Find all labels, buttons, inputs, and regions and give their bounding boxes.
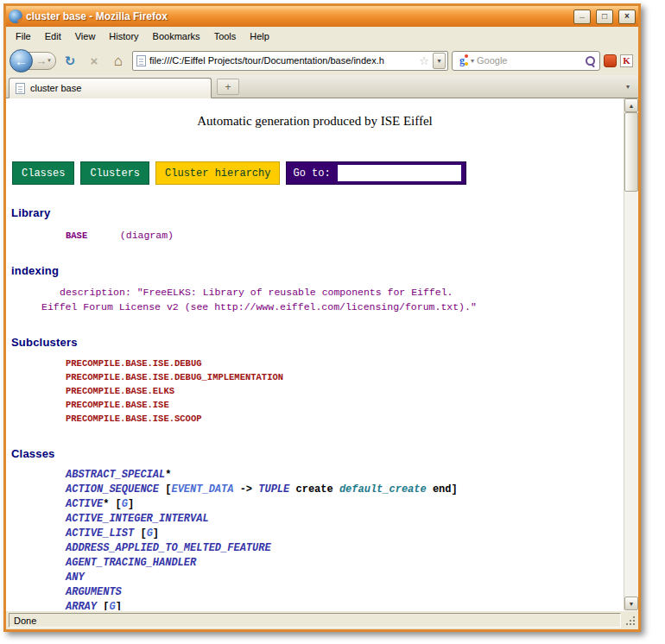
back-icon: ← [15,54,28,68]
subcluster-link[interactable]: PRECOMPILE.BASE.ISE.DEBUG_IMPLEMENTATION [66,370,624,384]
back-button[interactable]: ← [10,49,33,73]
bookmark-star-icon[interactable]: ☆ [419,55,429,66]
classes-list: ABSTRACT_SPECIAL*ACTION_SEQUENCE [EVENT_… [66,468,624,610]
cluster-hierarchy-button[interactable]: Cluster hierarchy [155,161,280,185]
menu-file[interactable]: File [9,28,38,44]
class-link-row[interactable]: ACTION_SEQUENCE [EVENT_DATA -> TUPLE cre… [66,483,624,497]
class-link-row[interactable]: ADDRESS_APPLIED_TO_MELTED_FEATURE [66,541,624,556]
plain-text: end] [427,483,458,496]
goto-label: Go to: [293,167,330,180]
subcluster-link[interactable]: PRECOMPILE.BASE.ISE [66,398,624,412]
plain-text: create [289,483,339,496]
tab-strip: cluster base + ▾ [6,75,638,98]
library-diagram-link[interactable]: (diagram) [120,230,174,241]
menu-view[interactable]: View [68,28,103,44]
menu-help[interactable]: Help [243,28,276,44]
addon-icon-orange[interactable] [604,54,617,67]
page-favicon [136,55,146,66]
class-link-row[interactable]: ACTIVE_INTEGER_INTERVAL [66,512,624,527]
minimize-button[interactable]: _ [573,9,591,24]
subcluster-link[interactable]: PRECOMPILE.BASE.ISE.DEBUG [66,357,624,370]
address-dropdown-icon: ▾ [437,57,440,65]
list-all-tabs-button[interactable]: ▾ [620,79,636,95]
search-box[interactable]: g ▾ [452,51,600,71]
menu-tools[interactable]: Tools [207,28,244,44]
address-bar[interactable]: file:///C:/Eiffel Projects/tour/Document… [132,51,448,71]
goto-block: Go to: [286,161,466,185]
menu-edit[interactable]: Edit [38,28,68,44]
class-link[interactable]: ACTIVE [66,498,103,510]
class-link[interactable]: AGENT_TRACING_HANDLER [66,557,196,569]
feature-link[interactable]: default_create [339,483,427,496]
class-link[interactable]: ACTIVE_LIST [66,527,134,540]
scrollbar-thumb[interactable] [624,112,638,192]
forward-icon: → [35,54,47,67]
search-magnifier-icon[interactable] [585,55,596,66]
class-link-row[interactable]: ABSTRACT_SPECIAL* [66,468,624,483]
tab-favicon [16,83,25,94]
addon-icon-k[interactable]: K [620,54,633,67]
home-icon: ⌂ [114,54,123,68]
generic-param[interactable]: EVENT_DATA [171,483,233,496]
subcluster-link[interactable]: PRECOMPILE.BASE.ELKS [66,384,624,398]
classes-button[interactable]: Classes [12,161,74,185]
menu-history[interactable]: History [102,28,145,44]
generic-param[interactable]: G [147,527,153,540]
class-link-row[interactable]: ARRAY [G] [66,600,624,610]
subclusters-heading: Subclusters [11,336,624,349]
class-link[interactable]: TUPLE [258,483,289,496]
menu-bookmarks[interactable]: Bookmarks [146,28,207,44]
plain-text: * [ [103,498,122,510]
class-link-row[interactable]: ACTIVE* [G] [66,497,624,512]
class-link[interactable]: ACTIVE_INTEGER_INTERVAL [66,513,209,525]
scroll-up-button[interactable]: ▲ [624,98,638,112]
maximize-button[interactable]: □ [596,9,613,24]
class-link-row[interactable]: AGENT_TRACING_HANDLER [66,556,624,571]
search-engine-dropdown-icon[interactable]: ▾ [471,57,474,65]
search-input[interactable] [477,55,582,66]
generic-param[interactable]: G [109,601,115,610]
stop-button[interactable]: × [84,50,104,71]
class-link[interactable]: ADDRESS_APPLIED_TO_MELTED_FEATURE [66,542,271,554]
menu-bar: FileEditViewHistoryBookmarksToolsHelp [6,27,638,46]
close-button[interactable]: × [618,9,636,24]
address-text[interactable]: file:///C:/Eiffel Projects/tour/Document… [149,55,415,66]
plain-text: [ [159,483,171,496]
vertical-scrollbar[interactable]: ▲ ▼ [624,98,638,610]
class-link[interactable]: ARRAY [66,601,97,610]
class-link[interactable]: ABSTRACT_SPECIAL [66,469,165,481]
tab-cluster-base[interactable]: cluster base [9,78,212,98]
generic-param[interactable]: G [122,498,128,510]
scroll-down-button[interactable]: ▼ [624,597,638,610]
scrollbar-track[interactable] [624,192,638,597]
history-dropdown-icon[interactable]: ▾ [48,57,51,64]
scroll-down-icon: ▼ [629,601,635,607]
title-bar[interactable]: cluster base - Mozilla Firefox _ □ × [6,6,638,27]
list-all-tabs-icon: ▾ [626,83,630,91]
clusters-button[interactable]: Clusters [80,161,149,185]
close-icon: × [624,12,630,21]
reload-button[interactable]: ↻ [60,50,80,71]
class-link[interactable]: ARGUMENTS [66,586,122,598]
new-tab-button[interactable]: + [217,79,239,95]
address-dropdown-button[interactable]: ▾ [433,53,446,69]
class-link-row[interactable]: ANY [66,571,624,585]
class-link[interactable]: ANY [66,571,85,584]
browser-viewport: Automatic generation produced by ISE Eif… [6,98,638,610]
indexing-description-line2: Eiffel Forum License v2 (see http://www.… [41,300,624,314]
tab-label: cluster base [30,83,205,93]
resize-grip[interactable] [624,614,636,627]
home-button[interactable]: ⌂ [108,50,129,71]
subcluster-link[interactable]: PRECOMPILE.BASE.ISE.SCOOP [66,412,624,426]
navigation-toolbar: ← →▾ ↻ × ⌂ file:///C:/Eiffel Projects/to… [6,46,638,75]
goto-input[interactable] [338,165,461,181]
doc-nav-buttons: Classes Clusters Cluster hierarchy Go to… [12,161,624,185]
indexing-heading: indexing [11,264,624,277]
back-forward-group: ← →▾ [10,49,56,73]
library-base-link[interactable]: BASE [66,230,87,241]
page-title: Automatic generation produced by ISE Eif… [6,114,624,129]
classes-heading: Classes [11,447,624,460]
class-link-row[interactable]: ARGUMENTS [66,585,624,600]
class-link-row[interactable]: ACTIVE_LIST [G] [66,527,624,541]
class-link[interactable]: ACTION_SEQUENCE [66,483,159,496]
